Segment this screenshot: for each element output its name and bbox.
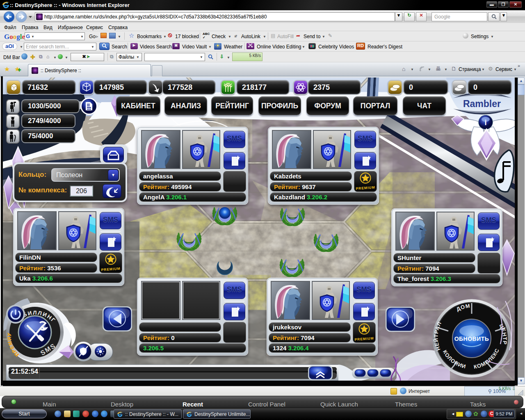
svg-text:ОБНОВИТЬ: ОБНОВИТЬ <box>454 336 489 342</box>
svg-text:i: i <box>484 119 486 127</box>
svg-text:Rambler: Rambler <box>463 98 501 109</box>
